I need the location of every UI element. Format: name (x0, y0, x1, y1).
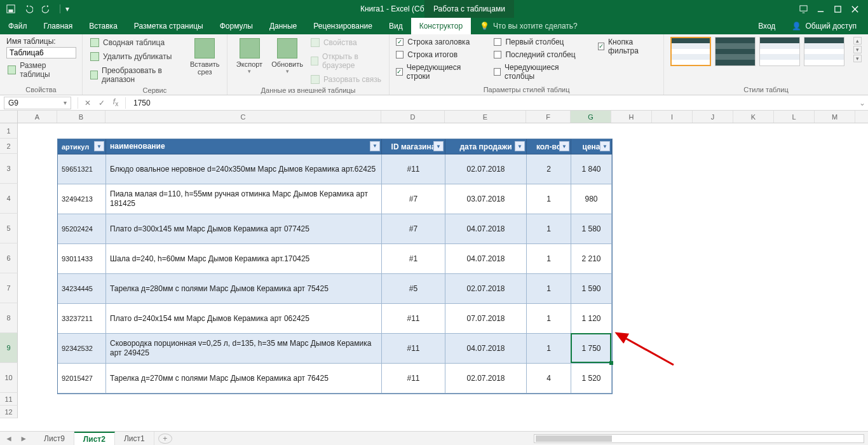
sheet-tab[interactable]: Лист2 (74, 432, 115, 446)
table-cell[interactable]: #11 (382, 334, 445, 364)
ribbon-display-options-icon[interactable] (799, 5, 808, 13)
table-cell[interactable]: 59651321 (58, 154, 106, 184)
col-header[interactable]: B (57, 111, 105, 123)
table-cell[interactable]: #7 (382, 184, 445, 214)
export-button[interactable]: Экспорт▾ (234, 37, 265, 74)
gallery-scroll-down-icon[interactable]: ▾ (853, 46, 862, 53)
table-cell[interactable]: 1 (527, 184, 571, 214)
formula-input[interactable]: 1750 (128, 99, 857, 107)
col-header[interactable]: I (652, 111, 693, 123)
table-cell[interactable]: 980 (571, 184, 612, 214)
resize-table-button[interactable]: Размер таблицы (6, 60, 76, 80)
col-header[interactable]: G (571, 111, 611, 123)
share-button[interactable]: 👤 Общий доступ (787, 22, 862, 31)
horizontal-scrollbar[interactable] (534, 434, 864, 443)
expand-formula-bar-icon[interactable]: ⌄ (857, 99, 868, 107)
table-cell[interactable]: 4 (527, 364, 571, 394)
gallery-scroll-up-icon[interactable]: ▴ (853, 37, 862, 44)
tab-formulas[interactable]: Формулы (212, 18, 261, 34)
col-header[interactable]: H (611, 111, 652, 123)
table-cell[interactable]: 04.07.2018 (445, 244, 527, 274)
sheet-tab[interactable]: Лист1 (115, 432, 154, 446)
table-header-cell[interactable]: кол-во▼ (527, 139, 571, 154)
header-row-checkbox[interactable]: Строка заголовка (396, 37, 475, 47)
undo-icon[interactable] (24, 4, 33, 13)
refresh-button[interactable]: Обновить▾ (271, 37, 303, 74)
row-header[interactable]: 4 (0, 184, 18, 214)
table-cell[interactable]: 1 (527, 334, 571, 364)
row-header[interactable]: 8 (0, 303, 18, 333)
table-header-cell[interactable]: артикул▼ (58, 139, 106, 154)
close-icon[interactable] (851, 5, 859, 13)
table-cell[interactable]: 1 (527, 244, 571, 274)
col-header[interactable]: M (815, 111, 855, 123)
banded-columns-checkbox[interactable]: Чередующиеся столбцы (494, 62, 578, 81)
table-cell[interactable]: #1 (382, 244, 445, 274)
accept-formula-icon[interactable]: ✓ (95, 99, 109, 107)
table-cell[interactable]: 2 (527, 154, 571, 184)
table-cell[interactable]: 1 840 (571, 154, 612, 184)
table-cell[interactable]: 95202424 (58, 214, 106, 244)
sign-in-button[interactable]: Вход (753, 22, 780, 31)
last-column-checkbox[interactable]: Последний столбец (494, 50, 578, 60)
fx-icon[interactable]: fx (109, 97, 123, 107)
cancel-formula-icon[interactable]: ✕ (81, 99, 95, 107)
filter-button-checkbox[interactable]: Кнопка фильтра (598, 37, 657, 56)
table-cell[interactable]: 2 210 (571, 244, 612, 274)
filter-dropdown-icon[interactable]: ▼ (600, 141, 610, 151)
table-cell[interactable]: 92342532 (58, 334, 106, 364)
row-header[interactable]: 5 (0, 214, 18, 243)
table-cell[interactable]: Блюдо овальное неровное d=240х350мм Марс… (106, 154, 382, 184)
table-name-input[interactable] (6, 47, 76, 58)
fill-handle[interactable] (609, 361, 613, 365)
worksheet-grid[interactable]: A B C D E F G H I J K L M 1 2 3 4 5 6 7 … (0, 111, 868, 431)
first-column-checkbox[interactable]: Первый столбец (494, 37, 578, 47)
tab-data[interactable]: Данные (261, 18, 305, 34)
table-style-thumb[interactable] (804, 37, 844, 66)
filter-dropdown-icon[interactable]: ▼ (370, 141, 380, 151)
table-cell[interactable]: 02.07.2018 (445, 274, 527, 304)
tab-view[interactable]: Вид (381, 18, 411, 34)
table-style-thumb[interactable] (715, 37, 756, 66)
table-cell[interactable]: Пиала малая d=110, h=55мм ручная отминка… (106, 184, 382, 214)
insert-slicer-button[interactable]: Вставить срез (189, 37, 220, 76)
table-cell[interactable]: 1 (527, 304, 571, 334)
col-header[interactable]: E (445, 111, 526, 123)
col-header[interactable]: A (18, 111, 57, 123)
row-header[interactable]: 9 (0, 333, 18, 363)
table-style-thumb[interactable] (759, 37, 800, 66)
name-box-dropdown-icon[interactable]: ▾ (64, 99, 67, 106)
table-cell[interactable]: 1 120 (571, 304, 612, 334)
row-header[interactable]: 12 (0, 406, 18, 418)
col-header[interactable]: F (526, 111, 571, 123)
tab-review[interactable]: Рецензирование (305, 18, 381, 34)
row-header[interactable]: 6 (0, 243, 18, 273)
table-cell[interactable]: Шала d=240, h=60мм Марс Дымов Керамика а… (106, 244, 382, 274)
total-row-checkbox[interactable]: Строка итогов (396, 50, 475, 60)
row-header[interactable]: 11 (0, 393, 18, 406)
table-cell[interactable]: 1 (527, 274, 571, 304)
row-header[interactable]: 3 (0, 154, 18, 184)
row-header[interactable]: 2 (0, 139, 18, 154)
table-cell[interactable]: 02.07.2018 (445, 364, 527, 394)
table-styles-gallery[interactable] (670, 37, 844, 66)
gallery-more-icon[interactable]: ▾ (853, 55, 862, 62)
table-cell[interactable]: 32494213 (58, 184, 106, 214)
table-cell[interactable]: 02.07.2018 (445, 154, 527, 184)
redo-icon[interactable] (42, 4, 51, 13)
col-header[interactable]: K (733, 111, 774, 123)
row-header[interactable]: 7 (0, 273, 18, 303)
maximize-icon[interactable] (834, 5, 842, 13)
table-header-cell[interactable]: наименование▼ (106, 139, 382, 154)
filter-dropdown-icon[interactable]: ▼ (559, 141, 569, 151)
tab-file[interactable]: Файл (0, 18, 36, 34)
col-header[interactable]: D (381, 111, 445, 123)
col-header[interactable]: J (693, 111, 733, 123)
table-cell[interactable]: 1 580 (571, 214, 612, 244)
table-cell[interactable]: #11 (382, 154, 445, 184)
summarize-pivot-button[interactable]: Сводная таблица (89, 37, 183, 48)
table-cell[interactable]: 04.07.2018 (445, 214, 527, 244)
table-cell[interactable]: Тарелка д=280мм с полями Марс Дымов Кера… (106, 274, 382, 304)
sheet-nav-buttons[interactable]: ◄ ► (0, 434, 35, 443)
table-style-thumb[interactable] (670, 37, 711, 66)
